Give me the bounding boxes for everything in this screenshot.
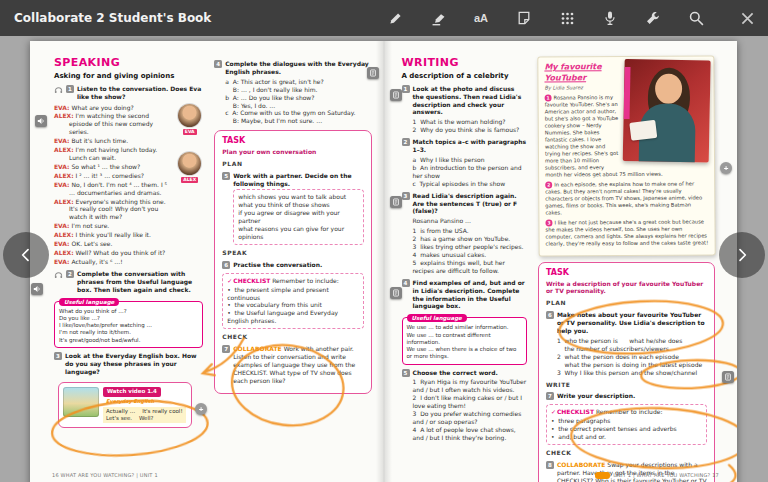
worksheet-icon [392, 289, 400, 297]
exercise-number: 5 [402, 369, 410, 377]
checklist-items: • three paragraphs • the correct present… [551, 417, 702, 441]
check-icon: ✓ [227, 277, 232, 284]
worksheet-icon [392, 91, 400, 99]
article-paragraph: 2In each episode, she explains how to ma… [545, 180, 708, 216]
next-page-button[interactable] [719, 232, 765, 278]
highlighter-tool-button[interactable] [427, 7, 449, 29]
stage-check: CHECK [222, 333, 363, 341]
publisher-logo [595, 472, 610, 479]
check-icon: ✓ [551, 408, 556, 415]
close-button[interactable] [736, 7, 758, 29]
stage-plan: PLAN [546, 299, 707, 307]
prev-page-button[interactable] [3, 232, 49, 278]
youtuber-photo [623, 59, 711, 163]
page-right: WRITING A description of a celebrity 1 L… [384, 41, 738, 482]
chevron-left-icon [18, 247, 34, 263]
titlebar: Collaborate 2 Student's Book aA [0, 0, 768, 36]
activity-button[interactable] [390, 89, 402, 101]
writing-heading: WRITING [402, 56, 527, 71]
everyday-english-video-box[interactable]: Watch video 1.4 Everyday English Actuall… [58, 382, 192, 428]
speaker-icon [33, 285, 41, 293]
alex-photo [178, 152, 201, 175]
text-tool-button[interactable]: aA [470, 7, 492, 29]
dialogue-line: EVA:What are you doing? [54, 104, 171, 112]
headphones-icon [54, 270, 63, 279]
text-tool-icon: aA [474, 12, 488, 24]
everyday-english-label: Everyday English [106, 398, 154, 404]
exercise-number: 3 [402, 192, 410, 200]
exercise-number: 4 [402, 279, 410, 287]
page-footer-right: UNIT 1 | WHAT ARE YOU WATCHING? 17 [595, 472, 719, 479]
exercise-3: 3 Read Lidia's description again. Are th… [402, 192, 527, 275]
exercise-instruction: Look at the photo and discuss the questi… [413, 85, 527, 117]
exercise-instruction: COLLABORATEWork with another pair. Liste… [233, 345, 363, 385]
plus-icon: + [724, 163, 729, 174]
apps-grid-button[interactable] [556, 7, 578, 29]
search-button[interactable] [685, 7, 707, 29]
exercise-instruction: Complete the conversation with phrases f… [77, 270, 203, 294]
everyday-english-phrases: Actually … It's really cool! Let's see. … [103, 407, 186, 424]
search-icon [688, 10, 705, 27]
worksheet-icon [392, 198, 400, 206]
sticky-note-icon [516, 10, 532, 26]
exercise-7: 7 COLLABORATEWork with another pair. Lis… [222, 345, 363, 385]
exercise-1: 1 Look at the photo and discuss the ques… [402, 85, 527, 134]
exercise-5: 5 Work with a partner. Decide on the fol… [222, 172, 363, 245]
article-paragraph: 3I like her not just because she's a gre… [545, 218, 708, 247]
task-title: TASK [546, 268, 707, 279]
activity-button[interactable] [390, 196, 402, 208]
worksheet-icon [369, 69, 377, 77]
microphone-button[interactable] [599, 7, 621, 29]
notes-tool-button[interactable] [513, 7, 535, 29]
watch-video-label: Watch video 1.4 [103, 387, 161, 396]
zoom-plus-button[interactable]: + [195, 403, 207, 415]
exercise-items: 1 Ryan Higa is my favourite YouTuber and… [413, 378, 527, 441]
checklist-header: ✓CHECKLIST Remember to include: [551, 408, 702, 416]
exercise-instruction: Look at the Everyday English box. How do… [65, 352, 203, 376]
collaborate-badge: COLLABORATE [557, 461, 605, 468]
eva-photo [178, 104, 201, 127]
activity-button[interactable] [390, 287, 402, 299]
exercise-4: 4 Find examples of and, but and or in Li… [402, 279, 527, 311]
worksheet-icon [724, 373, 732, 381]
pen-tool-button[interactable] [384, 7, 406, 29]
exercise-instruction: Complete the dialogues with the Everyday… [225, 60, 371, 76]
dialogue-line: EVA:OK. Let's see. [54, 240, 171, 248]
stage-check: CHECK [546, 449, 707, 457]
dialogue-line: ALEX:I'm watching the second episode of … [54, 112, 171, 136]
activity-button[interactable] [367, 67, 379, 79]
exercise-number: 6 [546, 311, 554, 319]
plan-items: 1 who the person is what he/she does the… [557, 337, 707, 377]
exercise-1: 1 Listen to the conversation. Does Eva l… [54, 85, 203, 101]
audio-play-button[interactable] [31, 283, 43, 295]
exercise-instruction: Find examples of and, but and or in Lidi… [413, 279, 527, 311]
dialogue: EVA:What are you doing? ALEX:I'm watchin… [54, 104, 203, 266]
stage-write: WRITE [546, 381, 707, 389]
exercise-number: 7 [222, 345, 230, 353]
tools-button[interactable] [642, 7, 664, 29]
eva-name-tag: EVA [183, 129, 197, 135]
activity-button[interactable] [722, 371, 734, 383]
exercise-instruction: Write your description. [557, 392, 707, 400]
dialogue-line: ALEX:Well? What do you think of it? [54, 249, 171, 257]
audio-play-button[interactable] [35, 115, 47, 127]
chevron-right-icon [734, 247, 750, 263]
checklist-header: ✓CHECKLIST Remember to include: [227, 277, 358, 285]
exercise-number: 2 [402, 138, 410, 146]
dialogue-line: ALEX:I ² … it! ³ … comedies? [54, 172, 171, 180]
task-box-speaking: TASK Plan your own conversation PLAN 5 W… [214, 130, 371, 393]
exercise-7: 7 Write your description. [546, 392, 707, 400]
microphone-icon [602, 10, 618, 26]
checklist-items: • the present simple and present continu… [227, 286, 358, 326]
video-box-content: Watch video 1.4 Everyday English Actuall… [103, 387, 187, 423]
speaking-heading: SPEAKING [54, 56, 203, 71]
task-subtitle: Plan your own conversation [222, 148, 363, 156]
pen-icon [387, 10, 404, 27]
zoom-plus-button[interactable]: + [720, 162, 732, 174]
useful-language-box: Useful language What do you think of …? … [54, 301, 203, 348]
exercise-lead: Rosanna Pansino … [413, 217, 527, 225]
useful-language-title: Useful language [407, 314, 467, 322]
useful-language-lines: What do you think of …? Do you like …? I… [59, 308, 198, 344]
video-thumbnail[interactable] [63, 387, 99, 417]
speaker-icon [37, 117, 45, 125]
